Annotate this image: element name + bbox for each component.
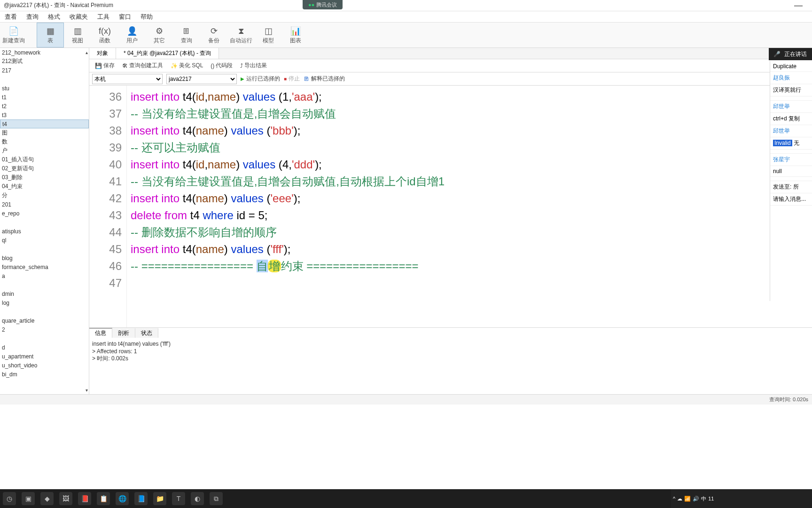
sidebar-item[interactable] <box>0 280 89 289</box>
result-tab[interactable]: 剖析 <box>112 328 135 338</box>
code-line[interactable]: -- ================= 自增约束 ==============… <box>127 258 812 275</box>
sidebar-item[interactable]: 户 <box>0 146 89 155</box>
sidebar-item[interactable]: 2 <box>0 325 89 334</box>
taskbar-terminal[interactable]: ▣ <box>22 492 35 505</box>
sidebar-item[interactable]: dmin <box>0 289 89 298</box>
ribbon-用户[interactable]: 👤用户 <box>118 23 146 48</box>
menu-fav[interactable]: 收藏夹 <box>65 13 93 21</box>
sidebar-item[interactable] <box>0 307 89 316</box>
db-select[interactable]: java2217 <box>166 74 237 84</box>
tray-wifi-icon[interactable]: 📶 <box>684 496 691 502</box>
tray-hour[interactable]: 11 <box>708 496 714 501</box>
tool-查询创建工具[interactable]: 🛠查询创建工具 <box>119 62 166 70</box>
sidebar-item[interactable]: 04_约束 <box>0 182 89 191</box>
code-line[interactable]: insert into t4(name) values ('eee'); <box>127 190 812 207</box>
menu-window[interactable]: 窗口 <box>114 13 136 21</box>
run-button[interactable]: ▶运行已选择的 <box>241 75 280 83</box>
sidebar-item[interactable]: t4 <box>0 119 89 128</box>
sidebar-item[interactable]: u_short_video <box>0 361 89 370</box>
sidebar-item[interactable]: stu <box>0 84 89 93</box>
ribbon-视图[interactable]: ▥视图 <box>64 23 91 48</box>
ribbon-表[interactable]: ▦表 <box>37 23 64 48</box>
taskbar-app-6[interactable]: T <box>172 492 185 505</box>
editor-tab[interactable]: * 04_约束 @java2217 (本机) - 查询 <box>116 48 219 59</box>
sidebar-item[interactable]: 201 <box>0 200 89 209</box>
tool-代码段[interactable]: ()代码段 <box>208 62 235 70</box>
ribbon-其它[interactable]: ⚙其它 <box>146 23 173 48</box>
sidebar-item[interactable]: blog <box>0 254 89 262</box>
conn-select[interactable]: 本机 <box>92 74 163 84</box>
tool-保存[interactable]: 💾保存 <box>92 62 117 70</box>
code-line[interactable]: -- 当没有给主键设置值是,自增会自动赋值,自动根据上个id自增1 <box>127 173 812 190</box>
sidebar-item[interactable]: e_repo <box>0 209 89 218</box>
code-line[interactable]: delete from t4 where id = 5; <box>127 207 812 224</box>
taskbar-app-5[interactable]: 📘 <box>134 492 148 505</box>
taskbar-start[interactable]: ◷ <box>3 492 16 505</box>
tray-weather-icon[interactable]: ☁ <box>677 496 682 502</box>
code-line[interactable]: -- 当没有给主键设置值是,自增会自动赋值 <box>127 105 812 122</box>
sidebar-item[interactable]: 分 <box>0 191 89 200</box>
sidebar-item[interactable]: 图 <box>0 128 89 137</box>
scroll-up-icon[interactable]: ▴ <box>84 48 89 56</box>
taskbar-folder[interactable]: 📁 <box>153 492 166 505</box>
sidebar-item[interactable]: 217 <box>0 66 89 75</box>
code-line[interactable]: insert into t4(name) values ('bbb'); <box>127 122 812 139</box>
ribbon-图表[interactable]: 📊图表 <box>282 23 309 48</box>
taskbar-app-4[interactable]: 📋 <box>97 492 110 505</box>
code-line[interactable]: -- 删除数据不影响自增的顺序 <box>127 224 812 241</box>
system-tray[interactable]: ^ ☁ 📶 🔊 中 11 <box>671 489 812 508</box>
tray-sound-icon[interactable]: 🔊 <box>693 496 699 502</box>
sidebar-item[interactable] <box>0 245 89 254</box>
editor-tab[interactable]: 对象 <box>89 48 116 59</box>
code-line[interactable]: insert into t4(name) values ('fff'); <box>127 241 812 258</box>
ribbon-备份[interactable]: ⟳备份 <box>200 23 227 48</box>
sidebar-item[interactable]: 03_删除 <box>0 173 89 182</box>
taskbar-app-8[interactable]: ⧉ <box>210 492 223 505</box>
menu-help[interactable]: 帮助 <box>136 13 157 21</box>
code-line[interactable]: -- 还可以主动赋值 <box>127 139 812 156</box>
ribbon-查询[interactable]: 🗏查询 <box>173 23 200 48</box>
stop-button[interactable]: ■停止 <box>284 75 300 83</box>
sidebar-item[interactable]: quare_article <box>0 316 89 325</box>
sidebar-item[interactable] <box>0 75 89 84</box>
sidebar-item[interactable] <box>0 218 89 227</box>
sidebar-item[interactable]: t3 <box>0 111 89 119</box>
tray-ime[interactable]: 中 <box>701 495 706 502</box>
ribbon-模型[interactable]: ◫模型 <box>255 23 282 48</box>
tool-美化 SQL[interactable]: ✨美化 SQL <box>168 62 206 70</box>
menu-tools[interactable]: 工具 <box>93 13 114 21</box>
explain-button[interactable]: 🖹解释已选择的 <box>304 75 345 83</box>
ribbon-函数[interactable]: f(x)函数 <box>91 23 118 48</box>
ribbon-新建查询[interactable]: 📄新建查询 <box>0 23 27 48</box>
sidebar-item[interactable]: 212_homework <box>0 48 89 57</box>
sidebar-item[interactable]: 212测试 <box>0 57 89 66</box>
result-tab[interactable]: 信息 <box>89 328 112 338</box>
code-line[interactable]: insert into t4(id,name) values (1,'aaa')… <box>127 88 812 105</box>
code-area[interactable]: insert into t4(id,name) values (1,'aaa')… <box>127 86 812 327</box>
sidebar-item[interactable]: t2 <box>0 102 89 111</box>
taskbar-edge[interactable]: 🌐 <box>116 492 129 505</box>
taskbar-app-3[interactable]: 📕 <box>78 492 91 505</box>
mic-bar[interactable]: 🎤正在讲话 <box>769 48 812 60</box>
menu-query[interactable]: 查询 <box>22 13 43 21</box>
tool-导出结果[interactable]: ⤴导出结果 <box>237 62 270 70</box>
taskbar-app-1[interactable]: ◆ <box>40 492 54 505</box>
minimize-button[interactable]: — <box>785 0 812 10</box>
ribbon-自动运行[interactable]: ⧗自动运行 <box>227 23 255 48</box>
meeting-pill[interactable]: ●●腾讯会议 <box>303 0 343 9</box>
sidebar-item[interactable]: log <box>0 298 89 307</box>
sidebar-item[interactable]: u_apartment <box>0 352 89 361</box>
sidebar-item[interactable]: ql <box>0 236 89 245</box>
taskbar-app-7[interactable]: ◐ <box>191 492 204 505</box>
sidebar-item[interactable]: formance_schema <box>0 262 89 271</box>
menu-format[interactable]: 格式 <box>43 13 65 21</box>
code-line[interactable] <box>127 275 812 292</box>
sidebar-item[interactable]: d <box>0 343 89 352</box>
scroll-down-icon[interactable]: ▾ <box>84 386 89 394</box>
sidebar-item[interactable]: 02_更新语句 <box>0 164 89 173</box>
sidebar-item[interactable]: bi_dm <box>0 370 89 379</box>
code-line[interactable]: insert into t4(id,name) values (4,'ddd')… <box>127 156 812 173</box>
sidebar-item[interactable] <box>0 334 89 343</box>
result-tab[interactable]: 状态 <box>135 328 158 338</box>
sidebar-item[interactable]: a <box>0 271 89 280</box>
